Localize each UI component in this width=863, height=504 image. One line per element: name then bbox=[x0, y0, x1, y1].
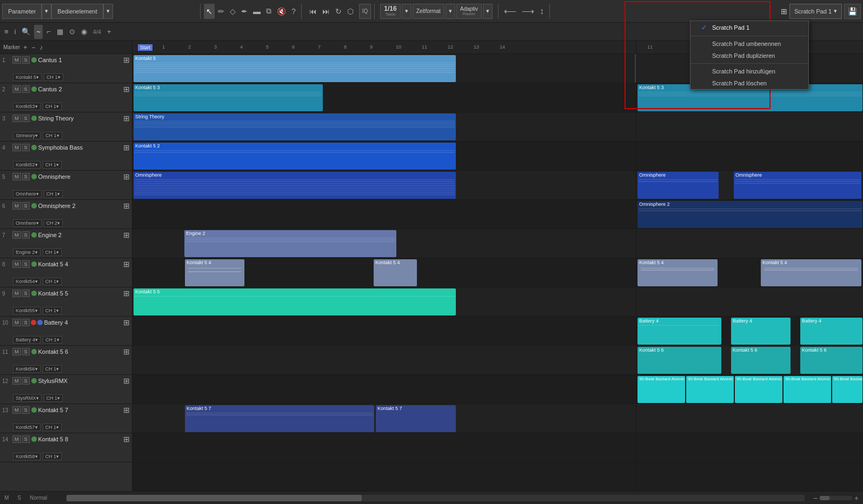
clip-stringtheory-main[interactable]: String Theory bbox=[134, 113, 456, 140]
dropdown-item-add[interactable]: Scratch Pad hinzufügen bbox=[691, 65, 808, 77]
track-instr-3[interactable]: Strineory▾ bbox=[13, 132, 41, 139]
zoom-out-btn[interactable]: − bbox=[813, 494, 818, 502]
track-m-2[interactable]: M bbox=[12, 85, 21, 93]
tool2-curve[interactable]: ~ bbox=[34, 25, 43, 39]
zeitformat-dropdown-arrow[interactable]: ▾ bbox=[446, 4, 455, 19]
track-instr-12[interactable]: StysRMX▾ bbox=[13, 394, 42, 402]
track-s-1[interactable]: S bbox=[22, 56, 30, 64]
track-fader-12[interactable]: ⊞ bbox=[123, 377, 130, 385]
marker-remove-btn[interactable]: − bbox=[30, 44, 36, 51]
track-ch-2[interactable]: CH 1▾ bbox=[43, 103, 62, 110]
track-m-10[interactable]: M bbox=[12, 319, 21, 326]
track-rec-dot-10[interactable] bbox=[31, 320, 36, 325]
track-m-9[interactable]: M bbox=[12, 290, 21, 297]
track-s-10[interactable]: S bbox=[22, 319, 30, 326]
track-ch-7[interactable]: CH 1▾ bbox=[43, 248, 62, 256]
track-dot-2[interactable] bbox=[31, 86, 37, 92]
marker-midi-btn[interactable]: ♪ bbox=[38, 44, 44, 51]
snap-right[interactable]: ⟶ bbox=[520, 4, 536, 19]
track-s-13[interactable]: S bbox=[22, 406, 30, 414]
clip-battery4-r3[interactable]: Battery 4 bbox=[800, 318, 862, 345]
transport-loop[interactable]: ↻ bbox=[333, 4, 344, 19]
track-fader-4[interactable]: ⊞ bbox=[123, 143, 130, 152]
track-s-5[interactable]: S bbox=[22, 173, 30, 180]
track-dot-7[interactable] bbox=[31, 232, 37, 238]
tool2-search[interactable]: 🔍 bbox=[19, 25, 32, 39]
track-instr-5[interactable]: Omnhere▾ bbox=[13, 190, 42, 198]
clip-cantus1-main[interactable]: Kontakt 5 bbox=[134, 55, 456, 82]
track-instr-1[interactable]: Kontakt 5▾ bbox=[13, 73, 42, 81]
track-m-6[interactable]: M bbox=[12, 202, 21, 210]
track-s-8[interactable]: S bbox=[22, 260, 30, 268]
track-ch-5[interactable]: CH 1▾ bbox=[44, 190, 63, 198]
track-fader-6[interactable]: ⊞ bbox=[123, 201, 130, 210]
track-s-7[interactable]: S bbox=[22, 231, 30, 239]
track-m-4[interactable]: M bbox=[12, 144, 21, 151]
clip-symphobia-main[interactable]: Kontakt 5 2 bbox=[134, 143, 456, 170]
timeline-ruler[interactable]: Start 1 2 3 4 5 6 7 8 9 10 11 12 13 14 bbox=[132, 41, 636, 54]
quantize-dropdown-arrow[interactable]: ▾ bbox=[402, 4, 411, 19]
track-ch-14[interactable]: CH 1▾ bbox=[43, 453, 62, 460]
track-dot-5[interactable] bbox=[31, 174, 37, 179]
tool2-menu[interactable]: ≡ bbox=[2, 25, 11, 39]
transport-next[interactable]: ⏭ bbox=[320, 4, 332, 19]
track-ch-8[interactable]: CH 1▾ bbox=[43, 278, 62, 285]
track-ch-6[interactable]: CH 2▾ bbox=[44, 219, 63, 227]
track-instr-4[interactable]: Kontkt52▾ bbox=[13, 161, 41, 169]
pencil-tool[interactable]: ✏ bbox=[216, 4, 227, 19]
track-m-3[interactable]: M bbox=[12, 115, 21, 122]
tool2-circle1[interactable]: ⊙ bbox=[67, 25, 77, 39]
clip-90beat-r5[interactable]: 90-Beat Bastard Atom bbox=[832, 376, 862, 403]
track-fader-11[interactable]: ⊞ bbox=[123, 347, 130, 356]
dropdown-item-scratchpad1[interactable]: ✓ Scratch Pad 1 bbox=[691, 21, 808, 34]
tool2-grid[interactable]: ▦ bbox=[55, 25, 65, 39]
scratch-pad-save[interactable]: 💾 bbox=[844, 4, 861, 19]
track-dot-3[interactable] bbox=[31, 116, 37, 121]
clip-k54-r1[interactable]: Kontakt 5 4 bbox=[638, 259, 718, 286]
track-ch-10[interactable]: CH 1▾ bbox=[43, 336, 62, 344]
adaptiv-btn[interactable]: Adaptiv Raster bbox=[456, 4, 482, 19]
track-ch-1[interactable]: CH 1▾ bbox=[44, 73, 63, 81]
track-m-1[interactable]: M bbox=[12, 56, 21, 64]
snap-left[interactable]: ⟵ bbox=[502, 4, 519, 19]
parameter-dropdown-arrow[interactable]: ▾ bbox=[42, 4, 51, 19]
clip-cantus2-main[interactable]: Kontakt 5 3 bbox=[134, 84, 323, 111]
clip-k54-r2[interactable]: Kontakt 5 4 bbox=[761, 259, 861, 286]
track-s-3[interactable]: S bbox=[22, 115, 30, 122]
start-marker[interactable]: Start bbox=[138, 44, 152, 51]
eraser-tool[interactable]: ◇ bbox=[228, 4, 238, 19]
track-s-4[interactable]: S bbox=[22, 144, 30, 151]
track-instr-6[interactable]: Omnhere▾ bbox=[13, 219, 42, 227]
track-dot-1[interactable] bbox=[31, 57, 37, 63]
zoom-in-btn[interactable]: + bbox=[854, 494, 859, 502]
h-scrollbar[interactable] bbox=[67, 495, 804, 501]
track-dot-9[interactable] bbox=[31, 291, 37, 296]
clip-90beat-r1[interactable]: 90-Beat Bastard Atomic bbox=[638, 376, 685, 403]
clip-k56-r1[interactable]: Kontakt 5 6 bbox=[638, 347, 721, 374]
tool2-step[interactable]: ⌐ bbox=[44, 25, 53, 39]
transport-metronome[interactable]: ⬡ bbox=[345, 4, 356, 19]
track-instr-9[interactable]: Kontkt55▾ bbox=[13, 307, 41, 314]
track-s-11[interactable]: S bbox=[22, 348, 30, 355]
help-tool[interactable]: ? bbox=[289, 4, 298, 19]
track-fader-14[interactable]: ⊞ bbox=[123, 435, 130, 443]
track-ch-13[interactable]: CH 1▾ bbox=[43, 424, 62, 431]
track-m-14[interactable]: M bbox=[12, 435, 21, 443]
track-dot-8[interactable] bbox=[31, 261, 37, 267]
clip-omnisphere-main[interactable]: Omnisphere bbox=[134, 172, 456, 199]
track-m-7[interactable]: M bbox=[12, 231, 21, 239]
tool2-add[interactable]: + bbox=[105, 25, 114, 39]
clip-90beat-r4[interactable]: 90-Beat Bastard Atomic bbox=[784, 376, 831, 403]
track-m-11[interactable]: M bbox=[12, 348, 21, 355]
track-dot-4[interactable] bbox=[31, 145, 37, 150]
track-dot-14[interactable] bbox=[31, 436, 37, 442]
clip-engine2-main[interactable]: Engine 2 bbox=[184, 230, 396, 257]
dropdown-item-duplicate[interactable]: Scratch Pad duplizieren bbox=[691, 50, 808, 62]
track-m-13[interactable]: M bbox=[12, 406, 21, 414]
track-m-12[interactable]: M bbox=[12, 377, 21, 385]
track-fader-2[interactable]: ⊞ bbox=[123, 85, 130, 93]
line-tool[interactable]: ✒ bbox=[239, 4, 250, 19]
track-instr-7[interactable]: Engine 2▾ bbox=[13, 248, 41, 256]
track-instr-2[interactable]: Kontkt53▾ bbox=[13, 103, 41, 110]
quantize-value-btn[interactable]: 1/16 Takte bbox=[380, 4, 400, 19]
